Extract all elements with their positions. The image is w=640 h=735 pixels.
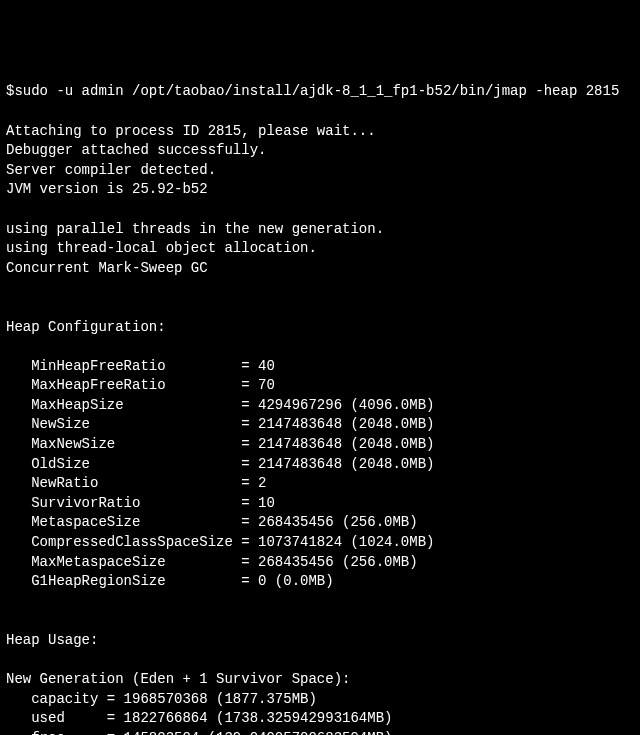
heap-usage-title: Heap Usage: bbox=[6, 631, 634, 651]
heap-config-line: MinHeapFreeRatio = 40 bbox=[6, 357, 634, 377]
output-line: Server compiler detected. bbox=[6, 161, 634, 181]
heap-usage-line: used = 1822766864 (1738.325942993164MB) bbox=[6, 709, 634, 729]
heap-config-line: MaxHeapFreeRatio = 70 bbox=[6, 376, 634, 396]
heap-config-line: OldSize = 2147483648 (2048.0MB) bbox=[6, 455, 634, 475]
heap-config-line: CompressedClassSpaceSize = 1073741824 (1… bbox=[6, 533, 634, 553]
output-line: Concurrent Mark-Sweep GC bbox=[6, 259, 634, 279]
heap-config-line: NewSize = 2147483648 (2048.0MB) bbox=[6, 415, 634, 435]
heap-usage-line: free = 145803504 (139.04905700683594MB) bbox=[6, 729, 634, 735]
heap-config-line bbox=[6, 592, 634, 612]
heap-config-line: G1HeapRegionSize = 0 (0.0MB) bbox=[6, 572, 634, 592]
heap-config-line: MaxHeapSize = 4294967296 (4096.0MB) bbox=[6, 396, 634, 416]
heap-config-line: MaxNewSize = 2147483648 (2048.0MB) bbox=[6, 435, 634, 455]
heap-config-line: MetaspaceSize = 268435456 (256.0MB) bbox=[6, 513, 634, 533]
output-line: using parallel threads in the new genera… bbox=[6, 220, 634, 240]
heap-config-lines: MinHeapFreeRatio = 40 MaxHeapFreeRatio =… bbox=[6, 357, 634, 612]
output-line bbox=[6, 278, 634, 298]
heap-config-line: SurvivorRatio = 10 bbox=[6, 494, 634, 514]
heap-usage-line: capacity = 1968570368 (1877.375MB) bbox=[6, 690, 634, 710]
output-line: using thread-local object allocation. bbox=[6, 239, 634, 259]
heap-config-line: MaxMetaspaceSize = 268435456 (256.0MB) bbox=[6, 553, 634, 573]
heap-usage-sections: New Generation (Eden + 1 Survivor Space)… bbox=[6, 670, 634, 735]
command-line: $sudo -u admin /opt/taobao/install/ajdk-… bbox=[6, 82, 634, 102]
output-line: JVM version is 25.92-b52 bbox=[6, 180, 634, 200]
output-line: Debugger attached successfully. bbox=[6, 141, 634, 161]
preamble-output: Attaching to process ID 2815, please wai… bbox=[6, 122, 634, 298]
output-line: Attaching to process ID 2815, please wai… bbox=[6, 122, 634, 142]
command-text: sudo -u admin /opt/taobao/install/ajdk-8… bbox=[14, 83, 619, 99]
heap-usage-section-name: New Generation (Eden + 1 Survivor Space)… bbox=[6, 670, 634, 690]
heap-config-title: Heap Configuration: bbox=[6, 318, 634, 338]
output-line bbox=[6, 200, 634, 220]
heap-config-line: NewRatio = 2 bbox=[6, 474, 634, 494]
